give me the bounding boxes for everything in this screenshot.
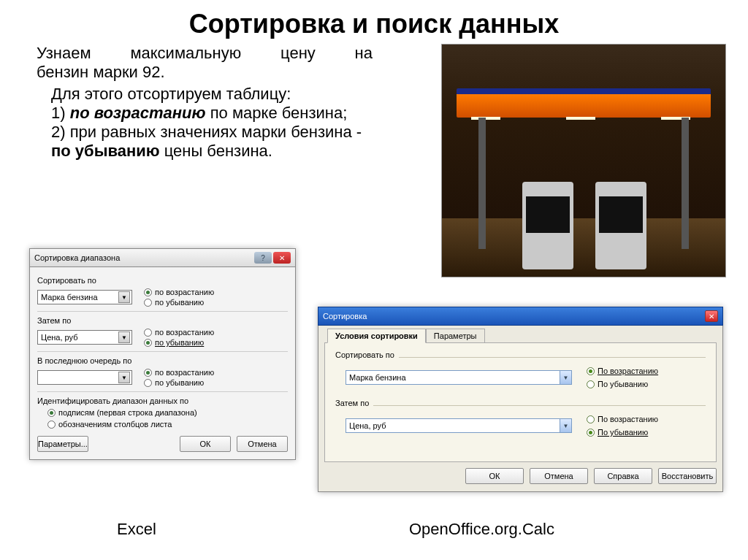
step1-emphasis: по возрастанию: [70, 104, 206, 122]
last-by-label: В последнюю очередь по: [37, 353, 288, 367]
dialog-title-text: Сортировка: [323, 312, 367, 321]
combo-value: Цена, руб: [349, 421, 386, 430]
step2-emphasis: по убыванию: [51, 142, 160, 160]
radio-label: по убыванию: [155, 378, 204, 387]
intro-paragraph: Узнаем максимальную цену на бензин марки…: [0, 44, 409, 82]
sort-by-label: Сортировать по: [335, 350, 394, 364]
radio-dot-icon: [587, 367, 595, 375]
cancel-button[interactable]: Отмена: [530, 468, 588, 484]
openoffice-sort-dialog: Сортировка ✕ Условия сортировки Параметр…: [318, 307, 723, 492]
then-by-combo[interactable]: Цена, руб ▼: [346, 418, 572, 433]
radio-label: по убыванию: [155, 298, 204, 307]
word: цену: [280, 44, 316, 62]
radio-label: подписям (первая строка диапазона): [58, 408, 197, 417]
chevron-down-icon[interactable]: ▼: [118, 372, 130, 383]
step1-suffix: по марке бензина;: [206, 104, 348, 122]
radio-dot-icon: [587, 380, 595, 388]
radio-label: По возрастанию: [598, 367, 658, 375]
caption-excel: Excel: [117, 520, 156, 539]
intro-line2: бензин марки 92.: [37, 63, 373, 82]
radio-dot-icon: [587, 415, 595, 423]
radio-dot-icon: [47, 421, 56, 429]
ok-button[interactable]: ОК: [465, 468, 524, 484]
radio-ascending[interactable]: по возрастанию: [144, 328, 214, 337]
sort-by-combo[interactable]: Марка бензина ▼: [346, 370, 572, 385]
step2-suffix: цены бензина.: [160, 142, 272, 160]
gas-station-photo: [441, 44, 726, 277]
radio-ascending[interactable]: по возрастанию: [144, 288, 214, 296]
chevron-down-icon[interactable]: ▼: [560, 419, 571, 432]
radio-descending[interactable]: по убыванию: [144, 338, 214, 347]
combo-value: Марка бензина: [41, 293, 98, 302]
then-by-label: Затем по: [335, 399, 369, 412]
radio-dot-icon: [47, 409, 56, 417]
radio-headers[interactable]: подписям (первая строка диапазона): [47, 407, 288, 418]
radio-label: по возрастанию: [155, 288, 214, 296]
caption-openoffice: OpenOffice.org.Calc: [409, 520, 554, 539]
close-icon[interactable]: ✕: [705, 310, 718, 322]
steps-lead: Для этого отсортируем таблицу:: [51, 85, 373, 104]
word: на: [355, 44, 373, 62]
combo-value: Цена, руб: [41, 333, 77, 342]
radio-dot-icon: [144, 329, 152, 337]
cancel-button[interactable]: Отмена: [237, 436, 288, 452]
excel-sort-dialog: Сортировка диапазона ? ✕ Сортировать по …: [29, 248, 296, 460]
radio-label: По возрастанию: [598, 415, 658, 423]
radio-descending[interactable]: По убыванию: [587, 380, 658, 388]
identify-label: Идентифицировать диапазон данных по: [37, 394, 288, 407]
radio-dot-icon: [587, 429, 595, 437]
radio-label: обозначениям столбцов листа: [58, 420, 172, 429]
then-by-label: Затем по: [37, 313, 288, 326]
tab-parameters[interactable]: Параметры: [426, 329, 485, 343]
step2-prefix: 2) при равных значениях марки бензина -: [51, 123, 362, 141]
steps-paragraph: Для этого отсортируем таблицу: 1) по воз…: [0, 82, 409, 161]
dialog-titlebar[interactable]: Сортировка ✕: [318, 307, 723, 326]
step1-prefix: 1): [51, 104, 70, 122]
radio-dot-icon: [144, 369, 152, 377]
combo-value: Марка бензина: [349, 373, 406, 382]
chevron-down-icon[interactable]: ▼: [118, 331, 130, 343]
last-by-combo[interactable]: ▼: [37, 370, 132, 385]
radio-dot-icon: [144, 299, 152, 307]
radio-descending[interactable]: По убыванию: [587, 428, 658, 437]
help-button[interactable]: Справка: [594, 468, 652, 484]
sort-by-combo[interactable]: Марка бензина ▼: [37, 290, 132, 304]
restore-button[interactable]: Восстановить: [658, 468, 717, 484]
page-title: Сортировка и поиск данных: [0, 0, 748, 44]
then-by-combo[interactable]: Цена, руб ▼: [37, 330, 132, 345]
radio-ascending[interactable]: по возрастанию: [144, 368, 214, 377]
dialog-title-text: Сортировка диапазона: [34, 253, 120, 262]
radio-dot-icon: [144, 339, 152, 347]
chevron-down-icon[interactable]: ▼: [560, 371, 571, 384]
radio-dot-icon: [144, 288, 152, 296]
word: Узнаем: [37, 44, 91, 62]
radio-label: по возрастанию: [155, 368, 214, 377]
radio-label: По убыванию: [598, 380, 648, 388]
word: максимальную: [130, 44, 241, 62]
dialog-titlebar[interactable]: Сортировка диапазона ? ✕: [29, 248, 296, 266]
radio-columns[interactable]: обозначениям столбцов листа: [47, 418, 288, 430]
radio-dot-icon: [144, 379, 152, 387]
sort-by-label: Сортировать по: [37, 273, 288, 286]
radio-label: по убыванию: [155, 338, 204, 347]
close-icon[interactable]: ✕: [273, 252, 291, 264]
radio-label: По убыванию: [598, 428, 648, 437]
chevron-down-icon[interactable]: ▼: [118, 291, 130, 303]
tab-sort-conditions[interactable]: Условия сортировки: [327, 329, 426, 343]
radio-descending[interactable]: по убыванию: [144, 298, 214, 307]
options-button[interactable]: Параметры...: [37, 436, 88, 452]
radio-ascending[interactable]: По возрастанию: [587, 415, 658, 423]
radio-descending[interactable]: по убыванию: [144, 378, 214, 387]
radio-ascending[interactable]: По возрастанию: [587, 367, 658, 375]
radio-label: по возрастанию: [155, 328, 214, 337]
help-icon[interactable]: ?: [254, 252, 272, 264]
ok-button[interactable]: ОК: [180, 436, 231, 452]
